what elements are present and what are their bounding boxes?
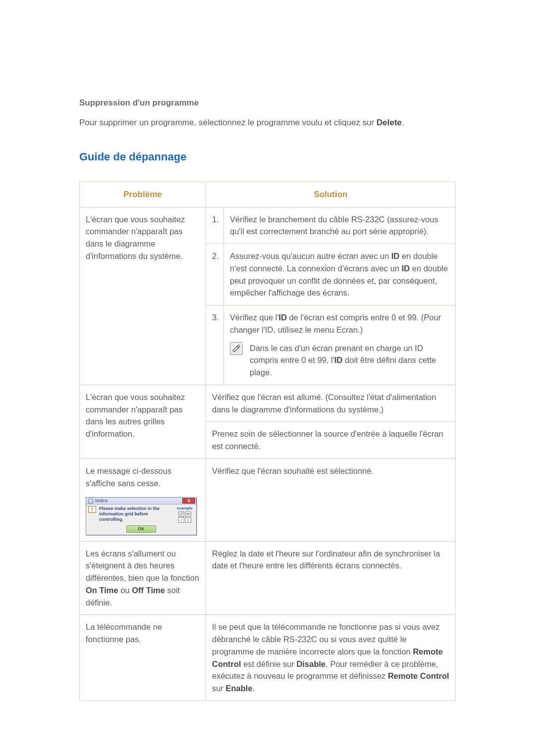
text: . (253, 684, 255, 693)
step-number: 1. (206, 207, 224, 244)
note-text: Dans le cas d'un écran prenant en charge… (250, 342, 449, 379)
solution-cell: Vérifiez que l'écran est allumé. (Consul… (206, 385, 456, 422)
solution-cell: Assurez-vous qu'aucun autre écran avec u… (224, 244, 456, 305)
problem-text: Le message ci-dessous s'affiche sans ces… (86, 465, 200, 490)
keyword-id: ID (391, 252, 400, 260)
problem-cell: L'écran que vous souhaitez commander n'a… (80, 385, 206, 458)
dialog-body: ! Please make selection in the informati… (86, 504, 196, 524)
problem-cell: Le message ci-dessous s'affiche sans ces… (80, 458, 206, 541)
keyword-enable: Enable (226, 684, 253, 693)
text: est définie sur (241, 659, 297, 668)
table-header-row: Problème Solution (80, 182, 456, 207)
keyword-disable: Disable (297, 659, 326, 668)
table-row: L'écran que vous souhaitez commander n'a… (80, 385, 456, 422)
keyword-on-time: On Time (86, 586, 118, 595)
keyword-id: ID (402, 264, 410, 273)
table-row: La télécommande ne fonctionne pas. Il se… (80, 615, 456, 701)
keyword-off-time: Off Time (132, 586, 165, 595)
close-icon: X (182, 498, 195, 504)
checkbox-icon: ✓ (178, 511, 184, 517)
keyword-delete: Delete (376, 118, 402, 127)
solution-cell: Il se peut que la télécommande ne foncti… (206, 615, 456, 701)
text: . (402, 118, 404, 127)
step-number: 3. (206, 305, 224, 385)
ok-button: OK (126, 525, 156, 533)
keyword-id: ID (279, 313, 287, 322)
section-paragraph: Pour supprimer un programme, sélectionne… (79, 116, 456, 129)
text: ou (118, 586, 132, 595)
text: Vérifiez que l' (230, 313, 279, 322)
table-row: L'écran que vous souhaitez commander n'a… (80, 207, 456, 244)
dialog-screenshot: Notice X ! Please make selection in the … (86, 497, 197, 535)
warning-icon: ! (88, 506, 96, 513)
table-row: Les écrans s'allument ou s'éteignent à d… (80, 541, 456, 615)
dialog-title: Notice (95, 498, 108, 504)
id-label: ID (185, 511, 191, 517)
note-box: Dans le cas d'un écran prenant en charge… (230, 342, 449, 379)
guide-heading: Guide de dépannage (79, 149, 456, 165)
troubleshooting-table: Problème Solution L'écran que vous souha… (79, 182, 456, 701)
solution-cell: Réglez la date et l'heure sur l'ordinate… (206, 541, 456, 615)
text: Assurez-vous qu'aucun autre écran avec u… (230, 252, 391, 260)
note-icon (230, 342, 243, 355)
dialog-titlebar: Notice X (86, 498, 196, 504)
col-header-solution: Solution (206, 182, 456, 207)
solution-cell: Vérifiez que l'écran souhaité est sélect… (206, 458, 456, 541)
checkmark-icon: ✓ (178, 517, 184, 523)
problem-cell: L'écran que vous souhaitez commander n'a… (80, 207, 206, 385)
text: sur (212, 684, 226, 693)
dialog-example: example ✓ID ✓1 (175, 506, 194, 523)
keyword-remote-control: Remote Control (388, 671, 449, 680)
section-subheading: Suppression d'un programme (79, 97, 456, 109)
dialog-footer: OK (86, 524, 196, 535)
keyword-id: ID (334, 355, 343, 364)
dialog-app-icon (88, 499, 93, 504)
col-header-problem: Problème (80, 182, 206, 207)
table-row: Le message ci-dessous s'affiche sans ces… (80, 458, 456, 541)
problem-cell: La télécommande ne fonctionne pas. (80, 615, 206, 701)
id-value: 1 (185, 517, 191, 523)
text: Il se peut que la télécommande ne foncti… (212, 622, 440, 656)
example-label: example (177, 506, 193, 511)
text: Pour supprimer un programme, sélectionne… (79, 118, 376, 127)
step-number: 2. (206, 244, 224, 305)
problem-cell: Les écrans s'allument ou s'éteignent à d… (80, 541, 206, 615)
solution-cell: Vérifiez le branchement du câble RS-232C… (224, 207, 456, 244)
text: Les écrans s'allument ou s'éteignent à d… (86, 549, 199, 583)
document-page: Suppression d'un programme Pour supprime… (0, 0, 535, 756)
dialog-message: Please make selection in the information… (99, 506, 172, 523)
solution-cell: Prenez soin de sélectionner la source d'… (206, 422, 456, 459)
solution-cell: Vérifiez que l'ID de l'écran est compris… (224, 305, 456, 385)
